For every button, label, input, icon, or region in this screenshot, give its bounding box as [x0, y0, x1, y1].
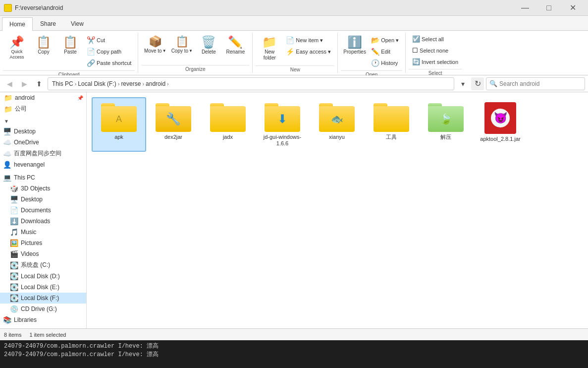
- refresh-button[interactable]: ↻: [471, 77, 484, 90]
- ribbon-group-new-content: 📁 Newfolder 📄 New item ▾ ⚡ Easy access ▾: [256, 33, 334, 64]
- cut-button[interactable]: ✂️ Cut: [84, 35, 134, 46]
- title-bar-left: F:\reverse\android: [4, 4, 514, 12]
- paste-button[interactable]: 📋 Paste: [57, 34, 83, 58]
- sidebar-item-videos[interactable]: 🎬 Videos: [0, 248, 86, 259]
- select-all-button[interactable]: ☑️ Select all: [410, 34, 461, 44]
- copy-to-label: Copy to: [171, 48, 188, 54]
- sidebar-item-hevenangel[interactable]: 👤 hevenangel: [0, 159, 86, 170]
- tab-view[interactable]: View: [63, 17, 91, 30]
- quick-access-icon: 📌: [9, 36, 24, 48]
- edit-button[interactable]: ✏️ Edit: [369, 46, 401, 57]
- sidebar-item-desktop[interactable]: 🖥️ Desktop: [0, 126, 86, 137]
- copy-path-label: Copy path: [97, 49, 121, 55]
- sidebar-item-desktop2[interactable]: 🖥️ Desktop: [0, 194, 86, 205]
- sidebar-item-pictures[interactable]: 🖼️ Pictures: [0, 238, 86, 248]
- status-bar: 8 items 1 item selected: [0, 328, 588, 340]
- sidebar-3dobjects-icon: 🎲: [10, 184, 18, 192]
- sidebar-item-localF[interactable]: 💽 Local Disk (F:): [0, 293, 86, 304]
- close-button[interactable]: ✕: [561, 0, 584, 16]
- title-controls: — □ ✕: [514, 0, 584, 16]
- invert-selection-button[interactable]: 🔄 Invert selection: [410, 57, 461, 67]
- sidebar-item-music[interactable]: 🎵 Music: [0, 227, 86, 238]
- terminal-line-1: 24079-24079/com.palmorn.crawler I/heve: …: [4, 342, 584, 351]
- file-item-xianyu[interactable]: 🐟 xianyu: [310, 97, 364, 152]
- sidebar-libraries-label: Libraries: [14, 316, 37, 323]
- file-item-apktool[interactable]: 😈 apktool_2.8.1.jar: [473, 97, 528, 152]
- maximize-button[interactable]: □: [537, 0, 560, 16]
- folder-overlay-jadx: [210, 106, 246, 132]
- copy-to-button[interactable]: 📋 Copy to ▼: [169, 34, 195, 54]
- easy-access-button[interactable]: ⚡ Easy access ▾: [283, 46, 333, 57]
- select-none-button[interactable]: ☐ Select none: [410, 45, 461, 56]
- sidebar-item-baidu[interactable]: ☁️ 百度网盘同步空间: [0, 148, 86, 159]
- easy-access-icon: ⚡: [286, 48, 294, 56]
- new-col: 📄 New item ▾ ⚡ Easy access ▾: [283, 34, 333, 57]
- file-item-unzip[interactable]: 🍃 解压: [419, 97, 473, 152]
- move-to-arrow: ▼: [162, 49, 166, 53]
- quick-access-header[interactable]: ▼: [4, 118, 82, 125]
- ribbon-group-clipboard: 📌 QuickAccess 📋 Copy 📋 Paste ✂️ Cut �: [0, 33, 138, 73]
- sidebar-item-company[interactable]: 📁 公司: [0, 103, 86, 115]
- quick-access-arrow: ▼: [4, 119, 9, 124]
- file-name-xianyu: xianyu: [329, 134, 345, 140]
- sidebar-item-onedrive[interactable]: ☁️ OneDrive: [0, 137, 86, 148]
- quick-access-button[interactable]: 📌 QuickAccess: [4, 34, 30, 62]
- forward-button[interactable]: ▶: [18, 77, 31, 90]
- sidebar-desktop-label: Desktop: [14, 128, 36, 135]
- sidebar-item-3dobjects[interactable]: 🎲 3D Objects: [0, 183, 86, 194]
- properties-button[interactable]: ℹ️ Properties: [342, 34, 368, 58]
- back-button[interactable]: ◀: [3, 77, 16, 90]
- folder-overlay-jdgui: ⬇: [265, 106, 300, 132]
- new-item-button[interactable]: 📄 New item ▾: [283, 35, 333, 46]
- file-name-apk: apk: [114, 134, 123, 140]
- file-item-tools[interactable]: 工具: [364, 97, 419, 152]
- sidebar-item-thispc[interactable]: 💻 This PC: [0, 172, 86, 183]
- sidebar-item-localD[interactable]: 💽 Local Disk (D:): [0, 271, 86, 282]
- sidebar-item-documents[interactable]: 📄 Documents: [0, 205, 86, 216]
- move-to-button[interactable]: 📦 Move to ▼: [142, 34, 168, 54]
- new-folder-button[interactable]: 📁 Newfolder: [257, 34, 282, 63]
- search-input[interactable]: [499, 80, 582, 87]
- copy-button[interactable]: 📋 Copy: [31, 34, 56, 58]
- breadcrumb[interactable]: This PC › Local Disk (F:) › reverse › an…: [48, 77, 454, 90]
- move-to-icon: 📦: [148, 34, 163, 48]
- new-item-label: New item ▾: [296, 37, 323, 44]
- sidebar-onedrive-icon: ☁️: [3, 138, 11, 146]
- selected-label: 1 item selected: [29, 332, 66, 338]
- sidebar-localD-label: Local Disk (D:): [21, 273, 60, 280]
- sidebar-sysC-icon: 💽: [10, 261, 18, 269]
- sidebar-item-downloads[interactable]: ⬇️ Downloads: [0, 216, 86, 227]
- sidebar-documents-icon: 📄: [10, 206, 18, 214]
- tab-share[interactable]: Share: [33, 17, 63, 30]
- delete-button[interactable]: 🗑️ Delete: [196, 34, 221, 58]
- sidebar-item-cdG[interactable]: 💿 CD Drive (G:): [0, 304, 86, 314]
- copy-path-button[interactable]: 📄 Copy path: [84, 46, 134, 57]
- up-button[interactable]: ⬆: [33, 77, 46, 90]
- paste-shortcut-button[interactable]: 🔗 Paste shortcut: [84, 58, 134, 68]
- dropdown-button[interactable]: ▾: [456, 77, 469, 90]
- sidebar-item-android[interactable]: 📁 android 📌: [0, 92, 86, 103]
- sidebar-item-localE[interactable]: 💽 Local Disk (E:): [0, 282, 86, 293]
- sidebar-videos-label: Videos: [21, 250, 39, 257]
- file-item-jadx[interactable]: jadx: [201, 97, 255, 152]
- sidebar-item-sysC[interactable]: 💽 系统盘 (C:): [0, 259, 86, 271]
- file-name-jadx: jadx: [223, 134, 233, 140]
- open-button[interactable]: 📂 Open ▾: [369, 35, 401, 46]
- sidebar-desktop2-label: Desktop: [21, 196, 43, 203]
- tab-home[interactable]: Home: [2, 17, 33, 31]
- file-item-jdgui[interactable]: ⬇ jd-gui-windows-1.6.6: [255, 97, 310, 152]
- history-button[interactable]: 🕐 History: [369, 58, 401, 68]
- rename-button[interactable]: ✏️ Rename: [222, 34, 248, 58]
- sidebar-item-libraries[interactable]: 📚 Libraries: [0, 314, 86, 325]
- ribbon-group-open: ℹ️ Properties 📂 Open ▾ ✏️ Edit 🕐 History…: [338, 33, 406, 73]
- quick-access-label: QuickAccess: [9, 49, 24, 60]
- minimize-button[interactable]: —: [514, 0, 536, 16]
- folder-icon-unzip: 🍃: [428, 102, 464, 132]
- sidebar-music-label: Music: [21, 229, 36, 236]
- main-content: 📁 android 📌 📁 公司 ▼ 🖥️ Desktop ☁️ OneDriv…: [0, 92, 588, 328]
- file-item-apk[interactable]: Α apk: [92, 97, 146, 152]
- sidebar-libraries-icon: 📚: [3, 316, 11, 324]
- file-item-dex2jar[interactable]: 🔧 dex2jar: [146, 97, 201, 152]
- ribbon-tabs: Home Share View: [0, 16, 588, 31]
- copy-label: Copy: [38, 49, 49, 55]
